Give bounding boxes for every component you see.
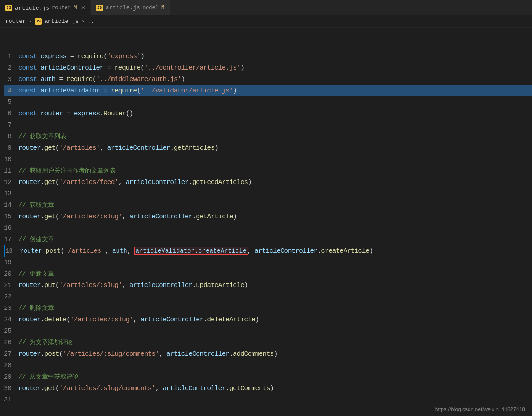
code-line-1: 1const express = require('express') bbox=[4, 51, 532, 62]
punc-token: ) bbox=[244, 282, 248, 289]
str-token: '/articles/:slug' bbox=[70, 316, 133, 323]
tab-badge-1: M bbox=[74, 5, 77, 11]
line-content-31 bbox=[18, 394, 532, 405]
code-line-24: 24router.delete('/articles/:slug', artic… bbox=[4, 314, 532, 325]
line-num-16: 16 bbox=[4, 222, 18, 234]
line-num-14: 14 bbox=[4, 199, 18, 211]
op-token: = bbox=[59, 76, 63, 83]
punc-token: ( bbox=[59, 350, 63, 357]
js-icon-breadcrumb: JS bbox=[35, 18, 42, 25]
breadcrumb-sep-2: › bbox=[81, 18, 85, 25]
punc-token: ( bbox=[60, 247, 64, 254]
code-line-31: 31 bbox=[4, 394, 532, 405]
line-content-27: router.post('/articles/:slug/comments', … bbox=[18, 348, 532, 360]
line-content-5 bbox=[18, 96, 532, 108]
punc-token: . bbox=[41, 316, 44, 323]
tab-label-2: article.js bbox=[106, 4, 140, 11]
breadcrumb-router[interactable]: router bbox=[5, 18, 26, 25]
punc-token: ) bbox=[369, 247, 373, 254]
fn-token: createArticle bbox=[321, 247, 369, 254]
line-content-10 bbox=[18, 154, 532, 165]
code-line-27: 27router.post('/articles/:slug/comments'… bbox=[4, 348, 532, 360]
fn-token: addComments bbox=[233, 350, 273, 357]
var-token: router bbox=[18, 144, 41, 151]
line-content-4: const articleValidator = require('../val… bbox=[18, 85, 532, 96]
punc-token: , bbox=[122, 282, 129, 289]
line-num-6: 6 bbox=[4, 108, 18, 119]
line-content-9: router.get('/articles', articleControlle… bbox=[18, 142, 532, 154]
line-content-1: const express = require('express') bbox=[18, 51, 532, 62]
var-token: router bbox=[18, 213, 41, 220]
punc-token: ) bbox=[274, 350, 277, 357]
code-line-12: 12router.get('/articles/feed', articleCo… bbox=[4, 177, 532, 188]
punc-token: , bbox=[105, 247, 112, 254]
comment-text: // 从文章中获取评论 bbox=[18, 373, 79, 380]
var-token: articleController bbox=[126, 179, 189, 186]
code-line-7: 7 bbox=[4, 119, 532, 131]
breadcrumb: router › JS article.js › ... bbox=[0, 15, 532, 28]
str-token: '/articles/:slug' bbox=[59, 282, 122, 289]
line-content-18: router.post('/articles', auth, articleVa… bbox=[20, 245, 532, 257]
var-token: articleController bbox=[163, 385, 226, 392]
fn-token: post bbox=[46, 247, 61, 254]
code-line-13: 13 bbox=[4, 188, 532, 199]
tab-sublabel-1: router bbox=[52, 5, 71, 11]
line-content-22 bbox=[18, 291, 532, 302]
comment-text: // 获取用户关注的作者的文章列表 bbox=[18, 167, 116, 174]
code-line-19: 19 bbox=[4, 257, 532, 268]
line-num-9: 9 bbox=[4, 142, 18, 154]
var-token: articleController bbox=[107, 144, 170, 151]
var-token: articleController bbox=[129, 282, 192, 289]
line-content-30: router.get('/articles/:slug/comments', a… bbox=[18, 383, 532, 394]
op-token: = bbox=[107, 64, 111, 71]
line-num-1: 1 bbox=[4, 51, 18, 62]
code-line-21: 21router.put('/articles/:slug', articleC… bbox=[4, 280, 532, 291]
fn-token: deleteArticle bbox=[207, 316, 255, 323]
line-content-24: router.delete('/articles/:slug', article… bbox=[18, 314, 532, 325]
line-num-21: 21 bbox=[4, 280, 18, 291]
line-content-2: const articleController = require('../co… bbox=[18, 62, 532, 74]
punc-token: , bbox=[248, 247, 255, 254]
var-token: articleController bbox=[140, 316, 203, 323]
punc-token: ( bbox=[140, 64, 144, 71]
tab-article-router[interactable]: JS article.js router M × bbox=[0, 0, 91, 15]
code-line-16: 16 bbox=[4, 222, 532, 234]
code-line-8: 8// 获取文章列表 bbox=[4, 131, 532, 142]
line-content-19 bbox=[18, 257, 532, 268]
line-content-17: // 创建文章 bbox=[18, 234, 532, 245]
punc-token: ) bbox=[240, 64, 244, 71]
code-line-9: 9router.get('/articles', articleControll… bbox=[4, 142, 532, 154]
line-num-31: 31 bbox=[4, 394, 18, 405]
punc-token: ) bbox=[214, 144, 218, 151]
fn-token: put bbox=[44, 282, 55, 289]
line-content-29: // 从文章中获取评论 bbox=[18, 371, 532, 383]
var-token: articleValidator bbox=[41, 87, 100, 94]
breadcrumb-file[interactable]: article.js bbox=[44, 18, 79, 25]
line-num-15: 15 bbox=[4, 211, 18, 222]
code-line-10: 10 bbox=[4, 154, 532, 165]
line-num-8: 8 bbox=[4, 131, 18, 142]
code-line-5: 5 bbox=[4, 96, 532, 108]
fn-token: get bbox=[44, 144, 55, 151]
str-token: '/articles' bbox=[59, 144, 100, 151]
code-line-4: 4const articleValidator = require('../va… bbox=[4, 85, 532, 96]
line-content-8: // 获取文章列表 bbox=[18, 131, 532, 142]
tab-article-model[interactable]: JS article.js model M bbox=[91, 0, 170, 15]
line-num-24: 24 bbox=[4, 314, 18, 325]
code-line-2: 2const articleController = require('../c… bbox=[4, 62, 532, 74]
line-content-25 bbox=[18, 325, 532, 337]
line-num-17: 17 bbox=[4, 234, 18, 245]
code-line-3: 3const auth = require('../middleware/aut… bbox=[4, 74, 532, 85]
fn-token: require bbox=[111, 87, 137, 94]
punc-token: , bbox=[155, 385, 163, 392]
code-line-11: 11// 获取用户关注的作者的文章列表 bbox=[4, 165, 532, 177]
line-content-20: // 更新文章 bbox=[18, 268, 532, 280]
punc-token: ) bbox=[233, 213, 236, 220]
punc-token: , bbox=[159, 350, 166, 357]
punc-token: . bbox=[41, 213, 44, 220]
punc-token: ) bbox=[233, 87, 236, 94]
tab-label-1: article.js bbox=[15, 5, 49, 11]
var-token: router bbox=[18, 282, 41, 289]
tab-close-1[interactable]: × bbox=[81, 4, 85, 11]
code-line-14: 14// 获取文章 bbox=[4, 199, 532, 211]
